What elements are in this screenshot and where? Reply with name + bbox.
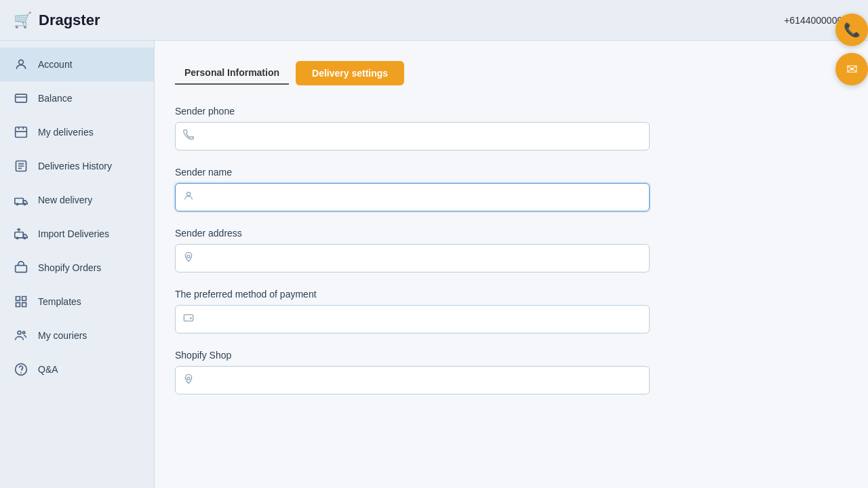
fab-container: 📞 ✉	[835, 14, 868, 85]
sidebar-label-new-delivery: New delivery	[38, 195, 92, 205]
svg-point-11	[18, 331, 21, 334]
payment-method-select[interactable]: Credit Card Cash Bank Transfer	[175, 305, 650, 333]
my-deliveries-icon	[14, 125, 28, 140]
sidebar-label-deliveries-history: Deliveries History	[38, 161, 112, 171]
sidebar-label-my-deliveries: My deliveries	[38, 127, 94, 138]
main-content: Personal Information Delivery settings S…	[155, 41, 868, 488]
svg-rect-10	[16, 266, 27, 272]
sidebar-item-qa[interactable]: Q&A	[0, 352, 154, 386]
shopify-shop-label: Shopify Shop	[175, 350, 650, 361]
sender-phone-wrapper	[175, 122, 650, 150]
tab-personal-information[interactable]: Personal Information	[175, 62, 289, 85]
form-section: Sender phone Sender name	[175, 106, 650, 394]
qa-icon	[14, 362, 28, 377]
sidebar-item-my-deliveries[interactable]: My deliveries	[0, 115, 154, 149]
shopify-shop-wrapper	[175, 366, 650, 394]
layout: Account Balance My deliveries Deliveries…	[0, 41, 868, 488]
new-delivery-icon	[14, 192, 28, 207]
sidebar-item-deliveries-history[interactable]: Deliveries History	[0, 149, 154, 183]
logo: 🛒 Dragster	[14, 12, 100, 29]
account-icon	[14, 57, 28, 72]
sidebar-label-my-couriers: My couriers	[38, 330, 87, 341]
fab-phone-button[interactable]: 📞	[835, 14, 868, 46]
sender-name-input[interactable]	[175, 183, 650, 211]
sidebar-item-shopify-orders[interactable]: Shopify Orders	[0, 251, 154, 285]
sidebar-item-templates[interactable]: Templates	[0, 285, 154, 319]
header: 🛒 Dragster +61440000000	[0, 0, 868, 41]
logo-text: Dragster	[39, 12, 100, 29]
my-couriers-icon	[14, 328, 28, 343]
payment-method-label: The preferred method of payment	[175, 289, 650, 300]
tab-delivery-settings[interactable]: Delivery settings	[296, 61, 404, 85]
svg-rect-1	[16, 94, 27, 102]
sidebar-item-new-delivery[interactable]: New delivery	[0, 183, 154, 217]
sidebar-item-balance[interactable]: Balance	[0, 81, 154, 115]
form-group-sender-name: Sender name	[175, 167, 650, 211]
fab-email-button[interactable]: ✉	[835, 53, 868, 85]
sidebar-label-qa: Q&A	[38, 364, 58, 375]
sidebar-label-import-deliveries: Import Deliveries	[38, 228, 109, 239]
form-group-shopify-shop: Shopify Shop	[175, 350, 650, 394]
form-group-sender-address: Sender address	[175, 228, 650, 272]
sender-address-label: Sender address	[175, 228, 650, 239]
sender-name-label: Sender name	[175, 167, 650, 178]
sidebar: Account Balance My deliveries Deliveries…	[0, 41, 155, 488]
svg-rect-7	[15, 232, 23, 238]
sidebar-item-account[interactable]: Account	[0, 47, 154, 81]
sidebar-item-import-deliveries[interactable]: Import Deliveries	[0, 217, 154, 251]
shopify-shop-input[interactable]	[175, 366, 650, 394]
tabs: Personal Information Delivery settings	[175, 61, 848, 85]
sender-name-wrapper	[175, 183, 650, 211]
svg-point-0	[19, 60, 24, 64]
shopify-orders-icon	[14, 260, 28, 275]
sidebar-label-shopify-orders: Shopify Orders	[38, 262, 101, 273]
sender-address-input[interactable]	[175, 244, 650, 272]
form-group-payment-method: The preferred method of payment Credit C…	[175, 289, 650, 333]
sidebar-label-account: Account	[38, 59, 73, 70]
sidebar-item-my-couriers[interactable]: My couriers	[0, 319, 154, 352]
sender-address-wrapper	[175, 244, 650, 272]
import-deliveries-icon	[14, 226, 28, 241]
sidebar-label-templates: Templates	[38, 296, 81, 307]
sidebar-label-balance: Balance	[38, 93, 73, 104]
balance-icon	[14, 91, 28, 106]
sender-phone-input[interactable]	[175, 122, 650, 150]
deliveries-history-icon	[14, 159, 28, 174]
payment-method-wrapper: Credit Card Cash Bank Transfer	[175, 305, 650, 333]
logo-icon: 🛒	[14, 12, 32, 29]
sender-phone-label: Sender phone	[175, 106, 650, 117]
svg-rect-4	[15, 199, 23, 204]
form-group-sender-phone: Sender phone	[175, 106, 650, 150]
svg-point-12	[23, 331, 25, 333]
templates-icon	[14, 294, 28, 309]
